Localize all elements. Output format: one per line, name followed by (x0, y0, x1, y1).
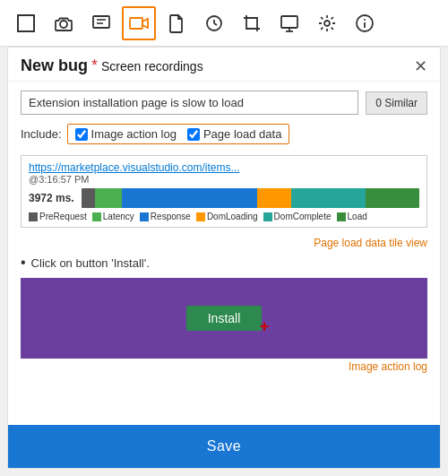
svg-rect-10 (281, 16, 297, 28)
page-load-tile: https://marketplace.visualstudio.com/ite… (21, 155, 427, 228)
video-icon[interactable] (122, 6, 156, 40)
panel: New bug * Screen recordings ✕ 0 Similar … (7, 47, 441, 469)
content-area: https://marketplace.visualstudio.com/ite… (8, 150, 440, 425)
panel-header: New bug * Screen recordings ✕ (8, 48, 440, 82)
monitor-icon[interactable] (272, 6, 306, 40)
legend-item-domloading: DomLoading (196, 212, 258, 221)
install-label: Install (208, 311, 241, 325)
page-load-annotation: Page load data tile view (21, 237, 427, 249)
include-options-box: Image action log Page load data (67, 124, 290, 144)
bar-segment-prerequest (82, 188, 95, 208)
camera-icon[interactable] (47, 6, 81, 40)
duration-label: 3972 ms. (29, 192, 74, 204)
bar-segment-response (122, 188, 257, 208)
file-icon[interactable] (159, 6, 194, 40)
svg-point-1 (60, 21, 67, 28)
similar-button[interactable]: 0 Similar (366, 91, 427, 115)
footer[interactable]: Save (8, 425, 440, 468)
image-action-log-checkbox[interactable] (75, 128, 88, 141)
action-step-text: Click on button 'Install'. (31, 256, 150, 270)
image-action-log-option[interactable]: Image action log (75, 127, 177, 141)
image-action-annotation: Image action log (21, 360, 427, 373)
include-row: Include: Image action log Page load data (8, 120, 440, 150)
legend-item-domcomplete: DomComplete (263, 212, 332, 221)
legend-item-latency: Latency (92, 212, 134, 221)
gear-icon[interactable] (310, 6, 344, 40)
include-label: Include: (21, 127, 62, 141)
search-row: 0 Similar (8, 82, 440, 120)
panel-asterisk: * (91, 56, 98, 75)
bullet-icon: • (21, 255, 26, 271)
bar-segment-domloading (257, 188, 291, 208)
svg-line-9 (214, 23, 217, 25)
toolbar (0, 0, 448, 47)
svg-rect-5 (130, 18, 142, 29)
bar-segment-latency (95, 188, 122, 208)
page-load-data-checkbox[interactable] (187, 128, 200, 141)
legend-item-response: Response (140, 212, 191, 221)
comment-icon[interactable] (84, 6, 118, 40)
cursor-cross-icon: + (260, 317, 270, 336)
save-button[interactable]: Save (207, 438, 241, 454)
panel-title: New bug (21, 56, 88, 75)
tile-url[interactable]: https://marketplace.visualstudio.com/ite… (29, 161, 419, 174)
tile-timestamp: @3:16:57 PM (29, 174, 419, 185)
clock-icon[interactable] (197, 6, 231, 40)
svg-point-16 (364, 19, 366, 21)
panel-subtitle: Screen recordings (101, 59, 203, 74)
svg-point-13 (324, 21, 330, 26)
svg-rect-2 (93, 16, 109, 28)
install-button-visual: Install + (186, 306, 263, 331)
search-input[interactable] (21, 91, 358, 115)
bar-segment-domcomplete (291, 188, 366, 208)
legend-item-load: Load (337, 212, 367, 221)
image-tile: Install + (21, 278, 427, 359)
performance-bar (82, 188, 419, 208)
square-icon[interactable] (9, 6, 43, 40)
bar-legend: PreRequestLatencyResponseDomLoadingDomCo… (29, 212, 419, 221)
action-step: • Click on button 'Install'. (21, 255, 427, 271)
bar-segment-load (366, 188, 419, 208)
info-icon[interactable] (348, 6, 382, 40)
page-load-data-label: Page load data (203, 127, 281, 141)
page-load-data-option[interactable]: Page load data (187, 127, 281, 141)
close-icon[interactable]: ✕ (414, 58, 427, 74)
image-action-log-label: Image action log (91, 127, 177, 141)
crop-icon[interactable] (235, 6, 269, 40)
legend-item-prerequest: PreRequest (29, 212, 87, 221)
svg-rect-0 (18, 15, 34, 31)
